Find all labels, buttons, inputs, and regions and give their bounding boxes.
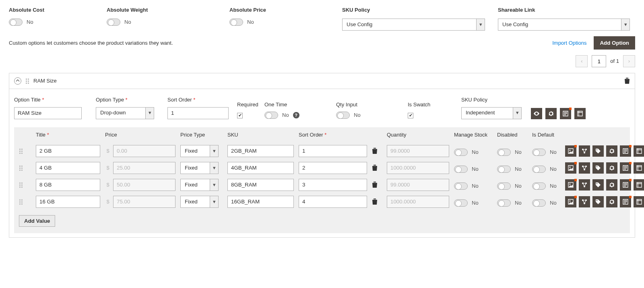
value-tierprice-icon[interactable]	[592, 145, 604, 157]
import-options-link[interactable]: Import Options	[552, 39, 586, 47]
value-tierprice-icon[interactable]	[592, 162, 604, 174]
value-template-icon[interactable]	[634, 196, 644, 207]
svg-rect-3	[28, 81, 29, 82]
checkbox-is-swatch[interactable]	[408, 113, 413, 118]
toggle-is-default[interactable]	[532, 149, 546, 156]
drag-handle-icon[interactable]	[19, 199, 31, 205]
value-price-input[interactable]	[113, 145, 175, 157]
input-sort-order[interactable]	[167, 107, 229, 119]
svg-rect-40	[21, 199, 23, 201]
value-template-icon[interactable]	[634, 179, 644, 191]
value-sku-input[interactable]	[227, 179, 294, 191]
help-icon[interactable]: ?	[293, 112, 299, 118]
drag-handle-icon[interactable]	[19, 182, 31, 188]
add-value-button[interactable]: Add Value	[19, 215, 55, 227]
value-qty-input[interactable]	[387, 196, 449, 208]
toggle-absolute-weight[interactable]	[107, 19, 120, 26]
value-sort-input[interactable]	[299, 145, 367, 157]
select-option-sku-policy[interactable]: Independent ▾	[461, 107, 522, 119]
value-description-icon[interactable]	[620, 145, 631, 157]
value-image-icon[interactable]	[565, 145, 576, 157]
toggle-qty-input[interactable]	[336, 112, 350, 119]
add-option-button[interactable]: Add Option	[594, 36, 635, 50]
option-template-icon[interactable]	[574, 108, 586, 119]
pager-page-input[interactable]	[592, 55, 606, 67]
toggle-disabled[interactable]	[497, 182, 511, 190]
value-sort-input[interactable]	[299, 162, 367, 174]
delete-value-icon[interactable]	[372, 165, 382, 171]
toggle-manage-stock[interactable]	[454, 182, 468, 190]
checkbox-required[interactable]	[237, 113, 243, 118]
delete-value-icon[interactable]	[372, 148, 382, 154]
value-qty-input[interactable]	[387, 145, 449, 157]
value-sort-input[interactable]	[299, 179, 367, 191]
toggle-is-default[interactable]	[532, 199, 546, 207]
value-qty-input[interactable]	[387, 179, 449, 191]
value-settings-icon[interactable]	[606, 196, 617, 207]
pager-next[interactable]: ›	[623, 55, 635, 67]
value-price-type-select[interactable]: Fixed▾	[180, 196, 219, 208]
value-title-input[interactable]	[36, 162, 100, 174]
value-price-type-select[interactable]: Fixed▾	[180, 179, 219, 191]
input-option-title[interactable]	[14, 107, 82, 119]
value-qty-input[interactable]	[387, 162, 449, 174]
drag-handle-icon[interactable]	[19, 148, 31, 154]
toggle-manage-stock[interactable]	[454, 166, 468, 173]
select-sku-policy[interactable]: Use Config ▾	[342, 19, 485, 31]
option-description-icon[interactable]	[560, 108, 571, 119]
toggle-is-default[interactable]	[532, 166, 546, 173]
value-tierprice-icon[interactable]	[592, 196, 604, 207]
svg-rect-28	[19, 182, 21, 184]
toggle-disabled[interactable]	[497, 166, 511, 173]
toggle-one-time[interactable]	[264, 112, 278, 119]
value-settings-icon[interactable]	[606, 145, 617, 157]
toggle-is-default[interactable]	[532, 182, 546, 190]
toggle-manage-stock[interactable]	[454, 199, 468, 207]
option-settings-icon[interactable]	[545, 108, 557, 119]
value-price-input[interactable]	[113, 162, 175, 174]
toggle-manage-stock[interactable]	[454, 149, 468, 156]
toggle-absolute-cost[interactable]	[9, 19, 23, 26]
value-settings-icon[interactable]	[606, 179, 617, 191]
select-shareable-link[interactable]: Use Config ▾	[498, 19, 630, 31]
value-sku-input[interactable]	[227, 196, 294, 208]
pager-prev[interactable]: ‹	[576, 55, 588, 67]
value-price-input[interactable]	[113, 179, 175, 191]
value-dependency-icon[interactable]	[579, 162, 590, 174]
value-template-icon[interactable]	[634, 162, 644, 174]
value-settings-icon[interactable]	[606, 162, 617, 174]
select-option-type[interactable]: Drop-down ▾	[96, 107, 154, 119]
drag-handle-icon[interactable]	[25, 78, 29, 84]
value-image-icon[interactable]	[565, 162, 576, 174]
value-description-icon[interactable]	[620, 179, 631, 191]
value-template-icon[interactable]	[634, 145, 644, 157]
value-description-icon[interactable]	[620, 162, 631, 174]
toggle-absolute-price[interactable]	[229, 19, 243, 26]
value-image-icon[interactable]	[565, 179, 576, 191]
delete-value-icon[interactable]	[372, 182, 382, 188]
option-panel-title: RAM Size	[33, 77, 620, 85]
toggle-disabled[interactable]	[497, 199, 511, 207]
value-price-type-select[interactable]: Fixed▾	[180, 145, 219, 157]
option-visibility-icon[interactable]	[531, 108, 542, 119]
toggle-disabled[interactable]	[497, 149, 511, 156]
value-dependency-icon[interactable]	[579, 196, 590, 207]
delete-option-icon[interactable]	[624, 78, 630, 84]
value-title-input[interactable]	[36, 196, 100, 208]
value-image-icon[interactable]	[565, 196, 576, 207]
value-title-input[interactable]	[36, 179, 100, 191]
chevron-down-icon: ▾	[476, 19, 485, 31]
value-tierprice-icon[interactable]	[592, 179, 604, 191]
value-dependency-icon[interactable]	[579, 179, 590, 191]
value-title-input[interactable]	[36, 145, 100, 157]
value-sku-input[interactable]	[227, 162, 294, 174]
value-sort-input[interactable]	[299, 196, 367, 208]
value-description-icon[interactable]	[620, 196, 631, 207]
delete-value-icon[interactable]	[372, 199, 382, 205]
value-price-type-select[interactable]: Fixed▾	[180, 162, 219, 174]
value-price-input[interactable]	[113, 196, 175, 208]
collapse-toggle[interactable]	[14, 77, 21, 85]
value-dependency-icon[interactable]	[579, 145, 590, 157]
drag-handle-icon[interactable]	[19, 165, 31, 171]
value-sku-input[interactable]	[227, 145, 294, 157]
